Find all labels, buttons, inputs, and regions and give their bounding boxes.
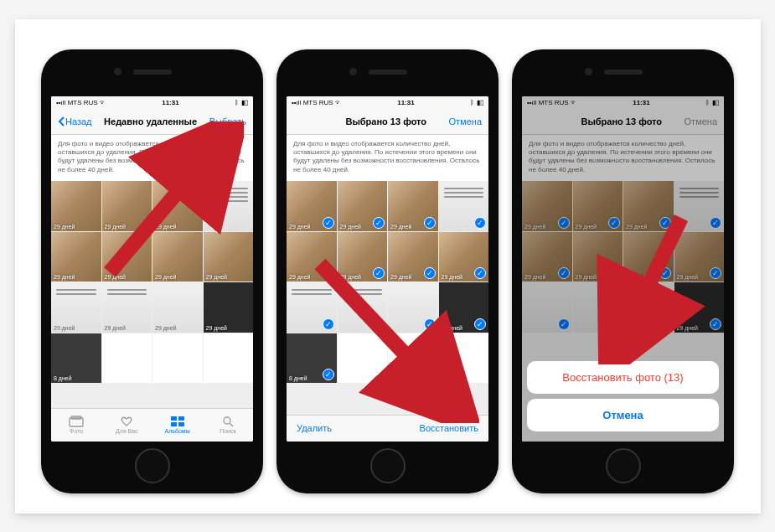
checkmark-icon: ✓ <box>373 217 385 229</box>
front-camera <box>585 68 592 75</box>
svg-rect-5 <box>178 422 184 426</box>
phone-mockup-3: ••ıll MTS RUS ᯤ 11:31 ᛒ ▮▯ Выбрано 13 фо… <box>512 49 734 493</box>
photo-thumb: ✓ <box>573 282 623 333</box>
wifi-icon: ᯤ <box>100 99 106 106</box>
photo-thumb: ✓ <box>522 282 572 333</box>
photo-thumb[interactable]: 29 дней <box>51 282 101 333</box>
signal-icon: ••ıll <box>56 99 65 106</box>
screen-1: ••ıll MTS RUS ᯤ 11:31 ᛒ ▮▯ Назад Недавно… <box>51 96 253 442</box>
photo-thumb[interactable]: 29 дней <box>51 232 101 282</box>
checkmark-icon: ✓ <box>373 267 385 279</box>
nav-bar: Выбрано 13 фото Отмена <box>287 110 488 135</box>
clock: 11:31 <box>106 99 235 106</box>
restore-button[interactable]: Восстановить <box>420 423 478 433</box>
chevron-left-icon <box>58 116 65 127</box>
photo-thumb[interactable]: 29 дней <box>152 181 203 231</box>
carrier-label: MTS RUS <box>539 99 569 106</box>
photo-thumb[interactable]: 29 дней✓ <box>338 232 388 282</box>
photo-thumb[interactable]: 29 дней✓ <box>338 181 388 231</box>
checkmark-icon: ✓ <box>659 318 671 330</box>
clock: 11:31 <box>577 99 705 106</box>
svg-rect-4 <box>171 422 177 426</box>
back-label: Назад <box>65 116 92 127</box>
photo-thumb[interactable]: 8 дней✓ <box>287 333 337 384</box>
checkmark-icon: ✓ <box>558 267 570 279</box>
checkmark-icon: ✓ <box>323 217 334 229</box>
photo-thumb: 29 дней✓ <box>623 181 674 231</box>
photo-thumb[interactable]: 29 дней <box>102 282 152 333</box>
checkmark-icon: ✓ <box>424 267 436 279</box>
back-button[interactable]: Назад <box>58 116 92 127</box>
photo-thumb[interactable]: 29 дней✓ <box>439 282 489 333</box>
status-bar: ••ıll MTS RUS ᯤ 11:31 ᛒ ▮▯ <box>522 96 724 110</box>
checkmark-icon: ✓ <box>558 318 570 330</box>
restore-photos-button[interactable]: Восстановить фото (13) <box>527 361 719 394</box>
svg-line-13 <box>618 218 681 348</box>
photo-thumb[interactable]: 29 дней <box>102 181 152 231</box>
empty-cell <box>388 333 438 384</box>
home-button[interactable] <box>135 448 170 483</box>
screen-2: ••ıll MTS RUS ᯤ 11:31 ᛒ ▮▯ Выбрано 13 фо… <box>287 96 488 442</box>
wifi-icon: ᯤ <box>335 99 342 106</box>
page-title: Выбрано 13 фото <box>559 116 685 127</box>
photo-thumb[interactable]: 29 дней <box>204 232 254 282</box>
wifi-icon: ᯤ <box>571 99 577 106</box>
screen-3: ••ıll MTS RUS ᯤ 11:31 ᛒ ▮▯ Выбрано 13 фо… <box>522 96 724 442</box>
photo-thumb[interactable]: ✓ <box>388 282 438 333</box>
photo-thumb[interactable]: 29 дней <box>102 232 152 282</box>
cancel-button[interactable]: Отмена <box>685 116 717 127</box>
front-camera <box>114 68 121 75</box>
cancel-sheet-button[interactable]: Отмена <box>527 399 719 431</box>
photo-thumb[interactable]: 29 дней <box>204 282 254 333</box>
status-bar: ••ıll MTS RUS ᯤ 11:31 ᛒ ▮▯ <box>51 96 253 110</box>
photo-thumb[interactable]: 8 дней <box>51 333 101 384</box>
photo-thumb: 29 дней✓ <box>623 232 674 282</box>
tab-search[interactable]: Поиск <box>203 409 253 442</box>
home-button[interactable] <box>370 448 406 483</box>
signal-icon: ••ıll <box>292 99 301 106</box>
checkmark-icon: ✓ <box>424 217 436 229</box>
photo-grid[interactable]: 29 дней✓ 29 дней✓ 29 дней✓ ✓ 29 дней✓ 29… <box>287 181 488 414</box>
carrier-label: MTS RUS <box>303 99 333 106</box>
photo-thumb[interactable]: 29 дней✓ <box>439 232 489 282</box>
photo-thumb: 29 дней✓ <box>674 232 725 282</box>
tab-for-you[interactable]: Для Вас <box>101 409 152 442</box>
photo-thumb[interactable]: 29 дней✓ <box>388 232 438 282</box>
tab-albums[interactable]: Альбомы <box>152 409 203 442</box>
photo-thumb[interactable]: ✓ <box>439 181 489 231</box>
bluetooth-icon: ᛒ <box>705 99 710 106</box>
front-camera <box>349 68 357 75</box>
photo-thumb[interactable]: ✓ <box>338 282 388 333</box>
select-button[interactable]: Выбрать <box>209 116 246 127</box>
home-button[interactable] <box>606 448 641 483</box>
battery-icon: ▮▯ <box>241 99 248 106</box>
photo-thumb[interactable]: 29 дней✓ <box>388 181 438 231</box>
photo-thumb[interactable]: 29 дней✓ <box>287 232 337 282</box>
delete-button[interactable]: Удалить <box>297 423 332 433</box>
photo-thumb[interactable] <box>204 181 254 231</box>
photo-thumb[interactable]: 29 дней <box>152 232 203 282</box>
empty-cell <box>439 333 489 384</box>
photo-thumb[interactable]: ✓ <box>287 282 337 333</box>
photo-thumb: ✓ <box>674 181 725 231</box>
photo-thumb: ✓ <box>623 282 674 333</box>
page-title: Недавно удаленные <box>92 116 209 127</box>
checkmark-icon: ✓ <box>474 267 486 279</box>
cancel-button[interactable]: Отмена <box>449 116 482 127</box>
photo-grid[interactable]: 29 дней 29 дней 29 дней 29 дней 29 дней … <box>51 181 253 407</box>
photo-thumb[interactable]: 29 дней <box>51 181 101 231</box>
photo-thumb: 29 дней✓ <box>522 181 572 231</box>
battery-icon: ▮▯ <box>477 99 483 106</box>
checkmark-icon: ✓ <box>608 217 620 229</box>
photo-thumb[interactable]: 29 дней <box>152 282 203 333</box>
checkmark-icon: ✓ <box>558 217 570 229</box>
tab-photos[interactable]: Фото <box>51 409 101 442</box>
checkmark-icon: ✓ <box>424 318 436 330</box>
svg-line-7 <box>230 423 233 426</box>
svg-rect-2 <box>171 416 177 421</box>
speaker-slot <box>604 70 643 75</box>
checkmark-icon: ✓ <box>323 267 334 279</box>
photos-icon <box>69 416 84 427</box>
empty-cell <box>204 333 254 384</box>
photo-thumb[interactable]: 29 дней✓ <box>287 181 337 231</box>
